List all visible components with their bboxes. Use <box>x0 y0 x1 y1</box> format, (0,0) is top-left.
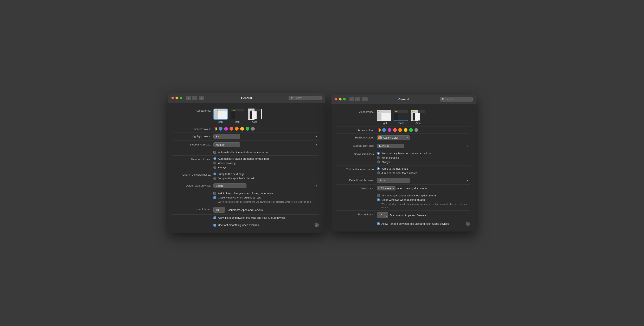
search-icon-left: 🔍 <box>290 97 294 99</box>
scroll-scrolling-radio-btn-right[interactable] <box>377 156 380 159</box>
recent-items-label-right: Recent items: <box>336 212 377 216</box>
nav-forward-right[interactable]: › <box>355 97 360 101</box>
sidebar-icon-size-row-right: Sidebar icon size: Small Medium Large ▾ <box>336 142 470 150</box>
highlight-colour-display-right[interactable]: Accent Color ▾ <box>377 135 410 140</box>
grid-button-left[interactable]: ⋮⋮⋮ <box>199 96 204 100</box>
accent-red-left[interactable] <box>230 127 233 131</box>
recent-items-label-left: Recent items: <box>172 207 214 211</box>
click-jump-page-radio-btn-left[interactable] <box>214 172 216 175</box>
sidebar-icon-size-select-right[interactable]: Small Medium Large <box>377 144 404 148</box>
prefer-tabs-select-right[interactable]: in full screen ▾ <box>377 186 396 190</box>
accent-gray-right[interactable] <box>414 128 418 132</box>
accent-green-left[interactable] <box>246 127 249 131</box>
allow-handoff-checkbox-left[interactable] <box>214 216 216 219</box>
recent-items-input-left[interactable] <box>214 207 221 213</box>
appearance-row-right: Appearance: <box>336 108 470 126</box>
accent-yellow-left[interactable] <box>240 127 244 131</box>
grid-button-right[interactable]: ⋮⋮⋮ <box>362 97 368 101</box>
close-button-right[interactable] <box>335 98 338 100</box>
allow-handoff-checkbox-right[interactable] <box>377 222 380 225</box>
highlight-colour-content-left: Blue Gold Graphite ▾ <box>214 134 319 139</box>
click-jump-spot-radio-btn-right[interactable] <box>377 171 380 174</box>
click-jump-page-radio-left: Jump to the next page <box>214 172 319 176</box>
font-smoothing-checkbox-left[interactable] <box>214 224 216 227</box>
font-smoothing-row-inner-left: Use font smoothing when available ? <box>214 223 319 227</box>
default-web-browser-select-right[interactable]: Safari Chrome Firefox <box>377 178 410 183</box>
click-jump-page-radio-btn-right[interactable] <box>377 167 380 170</box>
fullscreen-button-right[interactable] <box>343 98 346 100</box>
accent-yellow-right[interactable] <box>404 128 408 132</box>
appearance-light-left[interactable]: Light <box>214 108 228 123</box>
appearance-light-label-right: Light <box>382 122 387 125</box>
nav-back-right[interactable]: ‹ <box>350 97 354 101</box>
nav-back-left[interactable]: ‹ <box>186 96 191 100</box>
click-scroll-bar-row-left: Click in the scroll bar to: Jump to the … <box>172 171 319 182</box>
appearance-dark-thumb-left <box>230 108 245 120</box>
accent-purple-right[interactable] <box>388 128 391 132</box>
recent-items-down-right[interactable]: ▾ <box>385 215 388 218</box>
appearance-auto-thumb-right <box>411 110 425 121</box>
default-web-browser-arrow-left: ▾ <box>316 185 317 187</box>
accent-colour-row-right: Accent colour: <box>336 126 470 134</box>
accent-purple-left[interactable] <box>224 127 228 131</box>
highlight-colour-label-left: Highlight colour: <box>172 134 214 138</box>
scroll-always-radio-btn-left[interactable] <box>214 166 216 169</box>
accent-multicolor-left[interactable] <box>214 127 217 131</box>
close-windows-row-left: Close windows when quitting an app <box>214 196 319 199</box>
sidebar-icon-size-select-left[interactable]: Small Medium Large <box>214 142 240 147</box>
nav-buttons-right: ‹ › <box>350 97 360 101</box>
scroll-always-radio-btn-right[interactable] <box>377 161 380 163</box>
recent-items-stepper-row-right: ▴ ▾ Documents, Apps and Servers <box>377 212 470 218</box>
recent-items-up-left[interactable]: ▴ <box>221 207 224 210</box>
scroll-scrolling-radio-btn-left[interactable] <box>214 162 216 164</box>
show-scroll-bars-label-right: Show scroll bars: <box>336 152 377 156</box>
close-windows-checkbox-left[interactable] <box>214 196 216 199</box>
ask-keep-changes-text-left: Ask to keep changes when closing documen… <box>218 192 273 195</box>
appearance-light-right[interactable]: Light <box>377 110 391 125</box>
ask-keep-changes-checkbox-left[interactable] <box>214 192 216 195</box>
auto-hide-menu-row-left: Automatically hide and show the menu bar <box>172 149 319 156</box>
help-button-left[interactable]: ? <box>314 223 319 227</box>
ask-keep-changes-checkbox-right[interactable] <box>377 194 380 197</box>
accent-blue-right[interactable] <box>382 128 386 132</box>
click-jump-spot-text-right: Jump to the spot that's clicked <box>382 171 417 175</box>
close-windows-checkbox-right[interactable] <box>377 199 380 201</box>
close-windows-text-left: Close windows when quitting an app <box>218 196 261 199</box>
checkboxes-group-label-right <box>336 194 377 195</box>
minimize-button-left[interactable] <box>176 97 178 99</box>
accent-multicolor-right[interactable] <box>377 128 380 132</box>
allow-handoff-content-left: Allow Handoff between this Mac and your … <box>214 216 319 219</box>
scroll-auto-radio-right: Automatically based on mouse or trackpad <box>377 152 470 155</box>
scroll-auto-radio-btn-left[interactable] <box>214 157 216 160</box>
appearance-auto-left[interactable]: Auto <box>247 108 262 123</box>
minimize-button-right[interactable] <box>339 98 342 100</box>
recent-items-input-right[interactable] <box>377 213 384 218</box>
click-jump-spot-radio-btn-left[interactable] <box>214 177 216 180</box>
close-button-left[interactable] <box>171 97 174 99</box>
accent-blue-left[interactable] <box>219 127 222 131</box>
accent-orange-right[interactable] <box>398 128 402 132</box>
scroll-auto-radio-btn-right[interactable] <box>377 152 380 155</box>
accent-green-right[interactable] <box>409 128 413 132</box>
accent-orange-left[interactable] <box>235 127 238 131</box>
appearance-light-thumb-right <box>377 110 391 121</box>
nav-forward-left[interactable]: › <box>192 96 197 100</box>
help-button-right[interactable]: ? <box>466 222 470 226</box>
accent-gray-left[interactable] <box>251 127 255 131</box>
recent-items-down-left[interactable]: ▾ <box>221 210 224 213</box>
appearance-auto-right[interactable]: Auto <box>411 110 425 125</box>
accent-red-right[interactable] <box>393 128 397 132</box>
checkboxes-group-right: Ask to keep changes when closing documen… <box>336 192 470 211</box>
sidebar-icon-size-arrow-right: ▾ <box>467 145 468 147</box>
sidebar-icon-size-select-wrapper-right: Small Medium Large ▾ <box>377 144 470 148</box>
default-web-browser-select-left[interactable]: Safari Chrome Firefox <box>214 183 246 188</box>
appearance-dark-left[interactable]: Dark <box>230 108 245 123</box>
search-bar-right[interactable]: 🔍 Search <box>440 97 473 101</box>
highlight-colour-select-left[interactable]: Blue Gold Graphite <box>214 134 240 139</box>
fullscreen-button-left[interactable] <box>180 97 182 99</box>
recent-items-row-right: Recent items: ▴ ▾ Documents, Apps and Se… <box>336 211 470 220</box>
appearance-dark-right[interactable]: Dark <box>394 110 408 125</box>
search-bar-left[interactable]: 🔍 Search <box>288 96 322 100</box>
recent-items-up-right[interactable]: ▴ <box>385 213 388 215</box>
auto-hide-menu-checkbox-left[interactable] <box>214 151 216 154</box>
